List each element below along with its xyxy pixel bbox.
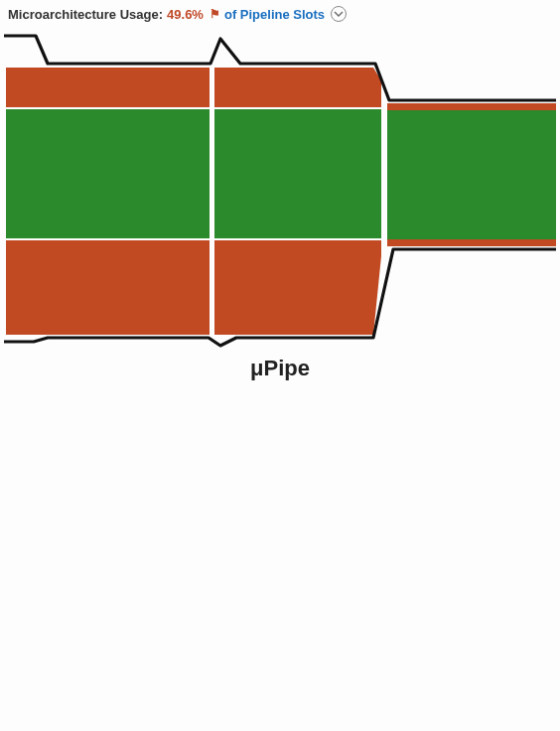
pipe-band-green	[387, 110, 556, 239]
pipe-band-orange-bottom	[214, 240, 373, 335]
pipe-band-orange-top	[387, 103, 556, 110]
pipe-band-orange-top	[6, 68, 210, 107]
upipe-title: μPipe	[4, 356, 556, 381]
microarch-usage-label: Microarchitecture Usage:	[8, 7, 163, 22]
expand-button[interactable]	[331, 6, 347, 22]
pipe-band-orange-bottom	[387, 239, 556, 246]
microarch-usage-value: 49.6%	[167, 7, 204, 22]
pipe-band-orange-bottom	[6, 240, 210, 335]
pipe-band-green	[6, 109, 210, 238]
microarch-usage-unit[interactable]: of Pipeline Slots	[224, 7, 325, 22]
chevron-down-icon	[334, 9, 344, 19]
upipe-svg	[4, 26, 556, 352]
pipe-band-orange-top	[214, 68, 373, 107]
flag-icon: ⚑	[210, 7, 220, 21]
microarch-usage-header: Microarchitecture Usage: 49.6% ⚑ of Pipe…	[4, 4, 556, 24]
pipe-band-green	[214, 109, 381, 238]
upipe-diagram	[4, 26, 556, 352]
